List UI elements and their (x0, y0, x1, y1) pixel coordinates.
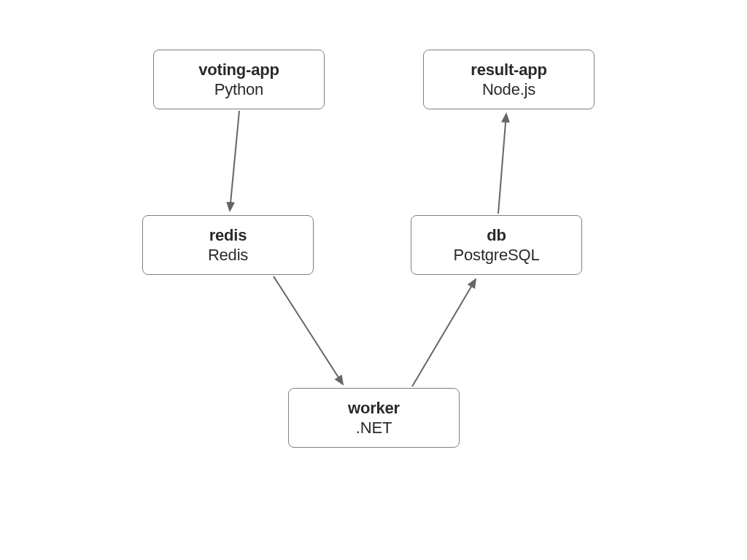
node-title: result-app (471, 60, 546, 80)
node-subtitle: Redis (208, 245, 248, 265)
node-subtitle: Node.js (482, 79, 535, 100)
node-redis: redis Redis (142, 215, 314, 275)
node-subtitle: Python (214, 79, 263, 100)
node-title: voting-app (198, 60, 279, 80)
node-db: db PostgreSQL (411, 215, 582, 275)
node-subtitle: .NET (356, 418, 392, 438)
arrow-voting-to-redis (230, 111, 239, 211)
node-voting-app: voting-app Python (153, 50, 325, 109)
arrow-worker-to-db (412, 279, 476, 386)
diagram-arrows (0, 0, 747, 560)
node-subtitle: PostgreSQL (454, 245, 540, 265)
node-title: worker (348, 398, 400, 419)
node-title: redis (209, 225, 247, 246)
arrow-db-to-result (498, 114, 506, 214)
node-title: db (487, 225, 506, 246)
arrow-redis-to-worker (274, 276, 343, 384)
node-worker: worker .NET (288, 388, 460, 448)
node-result-app: result-app Node.js (423, 50, 595, 109)
